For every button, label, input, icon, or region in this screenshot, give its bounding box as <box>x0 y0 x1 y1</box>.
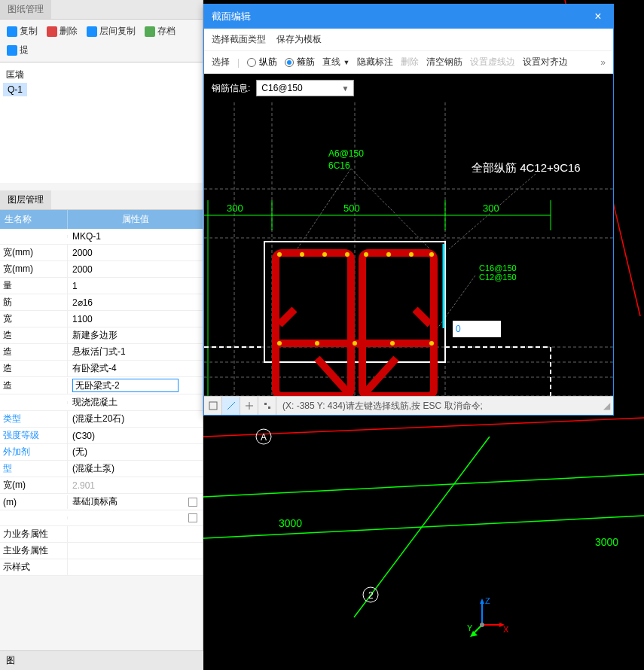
prop-value[interactable]: 2⌀16 <box>68 296 183 309</box>
tree-root[interactable]: 匡墙 <box>3 67 200 83</box>
property-row[interactable]: 宽1100 <box>0 311 203 327</box>
clear-rebar[interactable]: 清空钢筋 <box>426 56 462 69</box>
axis-x-label: X <box>503 625 509 634</box>
top-tab-bar: 图纸管理 <box>0 0 203 20</box>
prop-value[interactable]: 新建多边形 <box>68 327 183 343</box>
property-row[interactable]: 现浇混凝土 <box>0 394 203 411</box>
more-icon[interactable]: » <box>600 57 606 68</box>
property-row[interactable]: 造有卧梁式-4 <box>0 361 203 377</box>
property-row[interactable]: 主业务属性 <box>0 543 203 559</box>
prop-value[interactable]: (混凝土泵) <box>68 461 183 477</box>
select-section-type[interactable]: 选择截面类型 <box>212 33 266 46</box>
property-row[interactable]: 强度等级(C30) <box>0 428 203 444</box>
prop-value[interactable]: 悬板活门式-1 <box>68 344 183 360</box>
prop-value[interactable]: 有卧梁式-4 <box>68 361 183 376</box>
submit-button[interactable]: 提 <box>3 41 32 59</box>
set-dashed-edge[interactable]: 设置虚线边 <box>470 56 515 69</box>
prop-header-name: 生名称 <box>0 210 68 229</box>
select-tool[interactable]: 选择 <box>212 56 230 69</box>
prop-value[interactable]: 1100 <box>68 312 183 326</box>
prop-value[interactable] <box>68 516 183 519</box>
axis-y-label: Y <box>467 623 473 632</box>
copy-button[interactable]: 复制 <box>3 23 41 40</box>
close-icon[interactable]: × <box>591 9 606 24</box>
prop-name: 类型 <box>0 411 68 427</box>
delete-rebar[interactable]: 删除 <box>401 56 419 69</box>
archive-button[interactable]: 存档 <box>141 23 179 40</box>
prop-name: 强度等级 <box>0 428 68 443</box>
svg-point-57 <box>429 341 434 346</box>
prop-value[interactable]: MKQ-1 <box>68 230 183 243</box>
svg-line-43 <box>415 309 430 324</box>
bottom-tab[interactable]: 图 <box>0 650 203 670</box>
property-row[interactable]: 型(混凝土泵) <box>0 461 203 477</box>
property-row[interactable]: 造 <box>0 377 203 394</box>
property-row[interactable]: 造悬板活门式-1 <box>0 344 203 361</box>
layer-copy-button[interactable]: 层间复制 <box>83 23 139 40</box>
svg-line-29 <box>295 169 351 253</box>
property-row[interactable]: MKQ-1 <box>0 229 203 245</box>
prop-name: 造 <box>0 378 68 394</box>
svg-line-2 <box>203 474 644 497</box>
prop-value[interactable]: 基础顶标高 <box>68 494 183 510</box>
property-row[interactable]: 造新建多边形 <box>0 327 203 344</box>
prop-value[interactable]: 现浇混凝土 <box>68 394 183 410</box>
tree-area[interactable]: 匡墙 Q-1 <box>0 62 203 183</box>
snap-grid-icon[interactable] <box>258 397 276 415</box>
line-tool[interactable]: 直线 ▼ <box>322 56 349 69</box>
property-row[interactable]: 示样式 <box>0 559 203 576</box>
prop-name: 宽(mm) <box>0 245 68 260</box>
resize-grip-icon[interactable]: ◢ <box>600 400 613 411</box>
checkbox[interactable] <box>188 498 197 507</box>
rebar-info-combo[interactable]: C16@150▼ <box>256 80 354 96</box>
ortho-mode-icon[interactable] <box>222 397 240 415</box>
property-row[interactable]: 类型(混凝土20石) <box>0 411 203 428</box>
property-row[interactable]: 宽(mm)2000 <box>0 245 203 261</box>
tab-drawings[interactable]: 图纸管理 <box>0 0 51 19</box>
property-table: MKQ-1宽(mm)2000宽(mm)2000量1筋2⌀16宽1100造新建多边… <box>0 229 203 576</box>
prop-value[interactable]: (C30) <box>68 429 183 443</box>
tab-layer-mgmt[interactable]: 图层管理 <box>0 190 51 209</box>
property-row[interactable]: 筋2⌀16 <box>0 294 203 311</box>
rebar-info-row: 钢筋信息: C16@150▼ <box>204 74 613 102</box>
section-editor-dialog: 截面编辑 × 选择截面类型 保存为模板 选择 | 纵筋 箍筋 直线 ▼ 隐藏标注… <box>203 4 614 416</box>
property-row[interactable]: 量1 <box>0 278 203 294</box>
property-row[interactable]: (m)基础顶标高 <box>0 494 203 510</box>
svg-point-45 <box>277 252 282 257</box>
radio-longitudinal[interactable]: 纵筋 <box>247 56 277 69</box>
prop-value[interactable]: 2000 <box>68 263 183 276</box>
dim-300-a: 300 <box>227 203 243 214</box>
delete-button[interactable]: 删除 <box>43 23 81 40</box>
label-all-longitudinal: 全部纵筋 4C12+9C16 <box>472 161 581 174</box>
checkbox[interactable] <box>188 513 197 522</box>
radio-stirrup[interactable]: 箍筋 <box>285 56 315 69</box>
prop-value-input[interactable] <box>72 379 179 392</box>
prop-value[interactable]: 2.901 <box>68 479 183 492</box>
tree-item-selected[interactable]: Q-1 <box>3 83 27 96</box>
prop-header-value: 属性值 <box>68 210 203 229</box>
property-row[interactable]: 宽(mm)2000 <box>0 261 203 278</box>
hide-annotation[interactable]: 隐藏标注 <box>357 56 393 69</box>
dialog-titlebar[interactable]: 截面编辑 × <box>204 5 613 29</box>
prop-value[interactable] <box>68 566 183 569</box>
prop-value[interactable] <box>68 377 183 394</box>
svg-point-52 <box>429 252 434 257</box>
section-canvas[interactable]: 300 500 300 A6@150 6C16 全部纵筋 4C12+9C16 C… <box>204 102 613 396</box>
prop-value[interactable]: 1 <box>68 279 183 293</box>
property-row[interactable]: 宽(m)2.901 <box>0 477 203 494</box>
property-row[interactable] <box>0 510 203 526</box>
prop-value[interactable]: (混凝土20石) <box>68 411 183 427</box>
prop-value[interactable]: 2000 <box>68 246 183 260</box>
svg-marker-8 <box>480 598 484 604</box>
save-as-template[interactable]: 保存为模板 <box>276 33 322 46</box>
prop-value[interactable] <box>68 533 183 536</box>
snap-perp-icon[interactable] <box>240 397 258 415</box>
snap-endpoint-icon[interactable] <box>204 397 222 415</box>
property-row[interactable]: 外加剂(无) <box>0 444 203 461</box>
set-align-edge[interactable]: 设置对齐边 <box>523 56 568 69</box>
svg-point-54 <box>315 341 319 346</box>
dimension-input[interactable] <box>453 321 501 337</box>
prop-value[interactable] <box>68 550 183 553</box>
prop-value[interactable]: (无) <box>68 444 183 460</box>
property-row[interactable]: 力业务属性 <box>0 526 203 543</box>
